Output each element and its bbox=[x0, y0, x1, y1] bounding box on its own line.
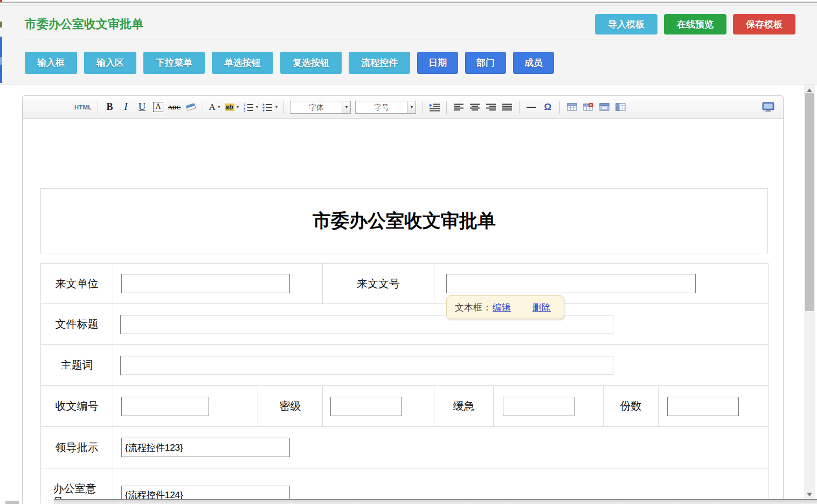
chevron-down-icon[interactable]: ▼ bbox=[407, 101, 416, 113]
align-left-icon[interactable] bbox=[452, 100, 465, 115]
subject-input[interactable] bbox=[120, 356, 613, 375]
table-row: 办公室意见 bbox=[41, 468, 768, 504]
indent-icon[interactable] bbox=[428, 100, 441, 115]
ordered-list-icon[interactable]: 1 2 3 ▼ bbox=[243, 100, 259, 115]
leader-comments-input[interactable] bbox=[121, 438, 290, 457]
arrow-up-icon bbox=[807, 88, 812, 92]
editor-toolbar: HTML B I U A ABC A▼ ab▼ 1 2 3 bbox=[23, 96, 783, 119]
italic-icon[interactable]: I bbox=[120, 100, 133, 115]
chevron-down-icon: ▼ bbox=[236, 105, 240, 109]
add-date-button[interactable]: 日期 bbox=[417, 52, 458, 74]
table-row: 领导批示 bbox=[41, 427, 768, 468]
from-unit-label: 来文单位 bbox=[41, 264, 113, 304]
left-edge-artifact bbox=[0, 57, 2, 65]
left-edge-artifact bbox=[0, 22, 2, 27]
chevron-down-icon: ▼ bbox=[217, 105, 221, 109]
urgency-label: 缓急 bbox=[434, 386, 494, 427]
special-char-icon[interactable]: Ω bbox=[541, 100, 554, 115]
receipt-no-label: 收文编号 bbox=[41, 386, 113, 427]
font-color-icon[interactable]: A▼ bbox=[209, 100, 221, 115]
copies-label: 份数 bbox=[604, 386, 659, 427]
chevron-down-icon[interactable]: ▼ bbox=[342, 101, 350, 113]
page-title: 市委办公室收文审批单 bbox=[25, 16, 143, 32]
toolbar-separator bbox=[519, 101, 520, 114]
delete-link[interactable]: 删除 bbox=[532, 301, 551, 314]
chevron-down-icon: ▼ bbox=[274, 105, 278, 109]
font-family-select[interactable]: 字体 ▼ bbox=[290, 101, 351, 114]
table-row: 主题词 bbox=[41, 345, 768, 386]
font-size-value: 字号 bbox=[356, 101, 407, 113]
add-dropdown-button[interactable]: 下拉菜单 bbox=[143, 52, 205, 74]
toolbar-separator bbox=[446, 101, 447, 114]
cell-properties-icon[interactable] bbox=[614, 100, 627, 115]
align-right-icon[interactable] bbox=[484, 100, 497, 115]
add-input-box-button[interactable]: 输入框 bbox=[25, 52, 77, 74]
header: 市委办公室收文审批单 导入模板 在线预览 保存模板 输入框 输入区 下拉菜单 单… bbox=[0, 3, 817, 85]
arrow-down-icon bbox=[807, 493, 812, 496]
strikethrough-icon[interactable]: ABC bbox=[168, 100, 181, 115]
html-source-icon[interactable]: HTML bbox=[74, 100, 92, 115]
file-title-label: 文件标题 bbox=[41, 304, 113, 345]
template-actions: 导入模板 在线预览 保存模板 bbox=[595, 14, 795, 34]
window-bottom-edge bbox=[54, 500, 817, 504]
secrecy-input[interactable] bbox=[330, 397, 402, 416]
edit-link[interactable]: 编辑 bbox=[493, 301, 511, 314]
add-radio-button[interactable]: 单选按钮 bbox=[212, 52, 273, 74]
fullscreen-icon[interactable] bbox=[761, 100, 774, 115]
bold-icon[interactable]: B bbox=[103, 100, 116, 115]
textbox-context-tooltip: 文本框： 编辑 删除 bbox=[446, 295, 564, 319]
toolbar-separator bbox=[283, 101, 284, 114]
form-title-block[interactable]: 市委办公室收文审批单 bbox=[40, 188, 768, 253]
toolbar-separator bbox=[98, 101, 98, 114]
vertical-scrollbar[interactable] bbox=[804, 85, 815, 504]
secrecy-label: 密级 bbox=[258, 386, 323, 427]
import-template-button[interactable]: 导入模板 bbox=[595, 14, 657, 34]
subject-label: 主题词 bbox=[41, 345, 113, 386]
rich-text-editor: HTML B I U A ABC A▼ ab▼ 1 2 3 bbox=[22, 95, 784, 504]
editor-canvas[interactable]: 市委办公室收文审批单 来文单位 来文文号 文件标题 主题词 收文 bbox=[23, 119, 783, 503]
underline-icon[interactable]: U bbox=[136, 100, 149, 115]
add-department-button[interactable]: 部门 bbox=[465, 52, 506, 74]
left-edge-artifact bbox=[0, 0, 2, 2]
from-unit-input[interactable] bbox=[121, 274, 290, 293]
window-top-border bbox=[0, 2, 817, 3]
svg-text:×: × bbox=[590, 103, 592, 107]
doc-no-label: 来文文号 bbox=[323, 264, 434, 304]
save-template-button[interactable]: 保存模板 bbox=[733, 14, 795, 34]
add-flow-control-button[interactable]: 流程控件 bbox=[349, 52, 410, 74]
font-size-select[interactable]: 字号 ▼ bbox=[355, 101, 416, 114]
tooltip-label: 文本框： bbox=[455, 301, 491, 314]
add-member-button[interactable]: 成员 bbox=[513, 52, 554, 74]
toolbar-separator bbox=[422, 101, 423, 114]
window-top-border-inner bbox=[0, 5, 817, 6]
svg-text:3: 3 bbox=[244, 109, 245, 112]
horizontal-rule-icon[interactable] bbox=[525, 100, 538, 115]
leader-comments-label: 领导批示 bbox=[41, 427, 113, 468]
window-corner-artifact bbox=[5, 501, 19, 504]
highlight-icon[interactable]: ab▼ bbox=[225, 100, 240, 115]
unordered-list-icon[interactable]: ▼ bbox=[262, 100, 278, 115]
scrollbar-thumb[interactable] bbox=[805, 93, 814, 311]
table-row: 文件标题 bbox=[41, 304, 768, 345]
align-center-icon[interactable] bbox=[468, 100, 481, 115]
add-textarea-button[interactable]: 输入区 bbox=[84, 52, 136, 74]
doc-no-input[interactable] bbox=[446, 274, 696, 293]
copies-input[interactable] bbox=[667, 397, 739, 416]
online-preview-button[interactable]: 在线预览 bbox=[664, 14, 726, 34]
scroll-down-button[interactable] bbox=[804, 490, 815, 499]
font-family-value: 字体 bbox=[290, 101, 342, 113]
insert-table-icon[interactable] bbox=[565, 100, 578, 115]
toolbar-separator bbox=[559, 101, 560, 114]
office-opinion-label: 办公室意见 bbox=[41, 468, 113, 504]
component-palette: 输入框 输入区 下拉菜单 单选按钮 复选按钮 流程控件 日期 部门 成员 bbox=[25, 52, 554, 74]
dashed-divider bbox=[25, 39, 795, 39]
table-row: 来文单位 来文文号 bbox=[41, 264, 768, 304]
align-justify-icon[interactable] bbox=[501, 100, 514, 115]
urgency-input[interactable] bbox=[503, 397, 574, 416]
eraser-icon[interactable] bbox=[184, 100, 197, 115]
receipt-no-input[interactable] bbox=[121, 397, 209, 416]
add-checkbox-button[interactable]: 复选按钮 bbox=[280, 52, 342, 74]
boxed-a-icon[interactable]: A bbox=[152, 100, 165, 115]
delete-table-icon[interactable]: × bbox=[581, 100, 594, 115]
table-properties-icon[interactable] bbox=[598, 100, 611, 115]
